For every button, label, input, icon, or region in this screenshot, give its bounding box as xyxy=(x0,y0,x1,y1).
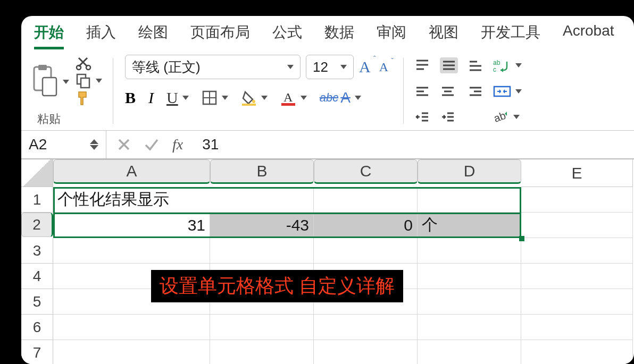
cell-D6[interactable] xyxy=(418,315,521,340)
italic-button[interactable]: I xyxy=(148,89,154,107)
font-size-select[interactable]: 12 xyxy=(306,55,354,79)
orientation-button[interactable]: ab xyxy=(493,109,522,124)
tab-page-layout[interactable]: 页面布局 xyxy=(190,22,250,49)
name-box-value: A2 xyxy=(29,136,47,153)
name-box[interactable]: A2 xyxy=(21,131,106,158)
select-all-corner[interactable] xyxy=(21,159,53,187)
cell-B3[interactable] xyxy=(210,238,314,264)
insert-function-button[interactable]: fx xyxy=(172,136,183,153)
align-center-button[interactable] xyxy=(440,84,458,98)
borders-button[interactable] xyxy=(202,90,228,106)
column-header-D[interactable]: D xyxy=(418,159,521,184)
underline-button[interactable]: U xyxy=(166,89,189,107)
row-header-5[interactable]: 5 xyxy=(21,289,53,315)
column-header-E[interactable]: E xyxy=(521,159,633,187)
cell-E6[interactable] xyxy=(521,315,633,340)
cell-E1[interactable] xyxy=(521,187,633,213)
cell-D2[interactable]: 个 xyxy=(418,213,521,238)
ribbon-tabs: 开始 插入 绘图 页面布局 公式 数据 审阅 视图 开发工具 Acrobat xyxy=(21,16,634,49)
cell-E2[interactable] xyxy=(521,213,633,238)
column-header-B[interactable]: B xyxy=(210,159,314,184)
bucket-icon xyxy=(241,90,257,106)
cell-A7[interactable] xyxy=(53,340,210,364)
tab-formulas[interactable]: 公式 xyxy=(272,22,302,49)
row-header-6[interactable]: 6 xyxy=(21,315,53,340)
tab-review[interactable]: 审阅 xyxy=(377,22,406,49)
row-header-3[interactable]: 3 xyxy=(21,238,53,264)
chevron-down-icon xyxy=(96,79,102,83)
align-left-button[interactable] xyxy=(414,84,430,98)
chevron-down-icon xyxy=(355,96,361,100)
font-size-value: 12 xyxy=(313,59,328,75)
merge-cells-button[interactable] xyxy=(493,84,522,98)
cell-D4[interactable] xyxy=(418,264,521,289)
cell-D3[interactable] xyxy=(418,238,521,264)
cell-A6[interactable] xyxy=(53,315,210,340)
cell-B1[interactable] xyxy=(210,187,314,213)
cell-C6[interactable] xyxy=(314,315,418,340)
format-painter-button[interactable] xyxy=(76,89,102,109)
copy-button[interactable] xyxy=(76,73,102,89)
abc-label: abc xyxy=(320,91,338,105)
shrink-font-button[interactable]: Aˇ xyxy=(379,60,391,74)
decrease-indent-button[interactable] xyxy=(414,110,430,124)
tab-data[interactable]: 数据 xyxy=(324,22,354,49)
name-box-stepper[interactable] xyxy=(90,139,98,150)
cancel-formula-button[interactable] xyxy=(117,138,131,151)
row-header-4[interactable]: 4 xyxy=(21,264,53,289)
cell-C7[interactable] xyxy=(314,340,418,364)
cell-C3[interactable] xyxy=(314,238,418,264)
row-header-7[interactable]: 7 xyxy=(21,340,53,364)
cell-C1[interactable] xyxy=(314,187,418,213)
bold-button[interactable]: B xyxy=(125,89,136,107)
phonetic-field-button[interactable]: abcA xyxy=(320,89,361,106)
paste-button[interactable] xyxy=(29,63,69,101)
fill-color-button[interactable] xyxy=(241,90,268,106)
caret-up-icon xyxy=(90,139,98,144)
svg-rect-1 xyxy=(38,65,47,70)
svg-rect-2 xyxy=(43,78,56,96)
chevron-down-icon xyxy=(182,96,189,100)
cell-A2[interactable]: 31 xyxy=(53,213,210,238)
tab-developer[interactable]: 开发工具 xyxy=(481,22,540,49)
cell-D1[interactable] xyxy=(418,187,521,213)
cell-D5[interactable] xyxy=(418,289,521,315)
cell-A3[interactable] xyxy=(53,238,210,264)
row-header-1[interactable]: 1 xyxy=(21,187,53,213)
tab-view[interactable]: 视图 xyxy=(429,22,458,49)
cell-E5[interactable] xyxy=(521,289,633,315)
wrap-text-icon: abc xyxy=(493,58,511,72)
chevron-down-icon xyxy=(513,115,520,119)
cell-E4[interactable] xyxy=(521,264,633,289)
font-group: 等线 (正文) 12 Aˆ Aˇ B I U xyxy=(119,55,398,127)
column-header-A[interactable]: A xyxy=(53,159,210,184)
accept-formula-button[interactable] xyxy=(144,138,160,151)
font-color-button[interactable]: A xyxy=(280,90,307,106)
wrap-text-button[interactable]: abc xyxy=(493,58,522,72)
cell-D7[interactable] xyxy=(418,340,521,364)
worksheet-grid[interactable]: A B C D E 1 个性化结果显示 2 31 -43 0 个 3 xyxy=(21,159,634,364)
cell-A1[interactable]: 个性化结果显示 xyxy=(53,187,210,213)
align-top-button[interactable] xyxy=(414,58,430,72)
align-right-button[interactable] xyxy=(468,84,483,98)
align-middle-button[interactable] xyxy=(440,57,458,73)
cell-E3[interactable] xyxy=(521,238,633,264)
tab-draw[interactable]: 绘图 xyxy=(138,22,168,49)
column-header-C[interactable]: C xyxy=(314,159,418,184)
font-family-select[interactable]: 等线 (正文) xyxy=(125,55,301,79)
cut-button[interactable] xyxy=(76,55,102,73)
cell-C2[interactable]: 0 xyxy=(314,213,418,238)
increase-indent-button[interactable] xyxy=(440,110,458,124)
selection-fill-handle[interactable] xyxy=(519,236,524,241)
tab-acrobat[interactable]: Acrobat xyxy=(563,22,614,49)
align-bottom-button[interactable] xyxy=(468,58,483,72)
formula-input[interactable]: 31 xyxy=(194,136,219,153)
cell-B7[interactable] xyxy=(210,340,314,364)
tab-insert[interactable]: 插入 xyxy=(86,22,116,49)
cell-B6[interactable] xyxy=(210,315,314,340)
tab-home[interactable]: 开始 xyxy=(34,22,64,49)
cell-E7[interactable] xyxy=(521,340,633,364)
cell-B2[interactable]: -43 xyxy=(210,213,314,238)
row-header-2[interactable]: 2 xyxy=(21,213,53,237)
grow-font-button[interactable]: Aˆ xyxy=(359,58,374,76)
